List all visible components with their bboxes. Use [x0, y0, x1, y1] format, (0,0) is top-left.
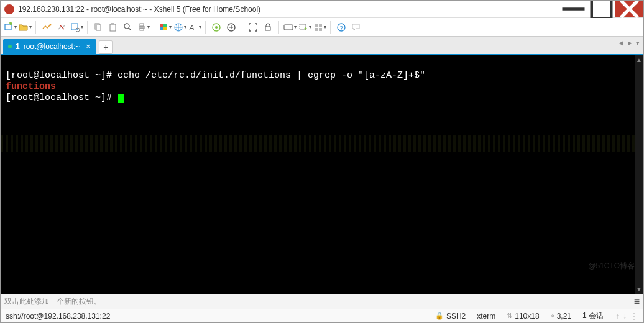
encoding-button[interactable] [173, 20, 186, 34]
minimize-button[interactable] [559, 1, 587, 17]
svg-rect-20 [163, 24, 167, 27]
svg-text:A: A [189, 24, 194, 31]
svg-text:+: + [304, 25, 307, 32]
window-controls [559, 1, 643, 17]
status-cursor-pos: ⌖ 3,21 [551, 312, 571, 321]
tab-index: 1 [16, 42, 20, 51]
font-button[interactable]: A [188, 20, 201, 34]
feedback-button[interactable] [349, 20, 363, 34]
scroll-up-icon[interactable]: ▲ [636, 55, 642, 65]
maximize-button[interactable] [587, 1, 615, 17]
visualizer-decor [1, 135, 635, 152]
terminal-area[interactable]: [root@localhost ~]# echo /etc/rc.d/init.… [1, 54, 643, 294]
close-button[interactable] [615, 1, 643, 17]
main-toolbar: A + ? [1, 18, 643, 37]
watermark-text: @51CTO博客 [588, 261, 635, 271]
arrow-split-icon[interactable]: ⋮ [630, 312, 638, 321]
status-protocol: 🔒 SSH2 [435, 312, 466, 321]
lock-button[interactable] [261, 20, 275, 34]
xagent-button[interactable] [209, 20, 223, 34]
svg-rect-37 [319, 28, 322, 31]
svg-point-26 [215, 26, 218, 29]
disconnect-button[interactable] [55, 20, 68, 34]
terminal-scrollbar[interactable]: ▲ ▼ [635, 55, 643, 294]
title-bar: 192.168.238.131:22 - root@localhost:~ - … [1, 1, 643, 18]
fullscreen-button[interactable] [246, 20, 260, 34]
svg-rect-21 [160, 27, 163, 30]
help-button[interactable]: ? [334, 20, 348, 34]
svg-rect-36 [315, 28, 318, 31]
arrow-up-icon[interactable]: ↑ [615, 312, 619, 321]
tab-list-icon[interactable]: ▾ [636, 39, 640, 47]
svg-rect-29 [284, 25, 293, 30]
arrow-down-icon[interactable]: ↓ [623, 312, 627, 321]
tab-prev-icon[interactable]: ◄ [617, 39, 624, 47]
open-button[interactable] [18, 20, 32, 34]
scroll-down-icon[interactable]: ▼ [636, 284, 642, 294]
cursor-icon [118, 94, 124, 103]
color-scheme-button[interactable] [158, 20, 172, 34]
session-tab[interactable]: 1 root@localhost:~ × [3, 39, 96, 54]
svg-rect-35 [319, 24, 322, 27]
find-button[interactable] [121, 20, 135, 34]
term-line-2: functions [6, 81, 56, 92]
svg-point-6 [50, 24, 52, 25]
scroll-track[interactable] [636, 65, 642, 284]
new-session-button[interactable] [3, 20, 17, 34]
svg-rect-1 [592, 0, 612, 19]
svg-rect-34 [315, 24, 318, 27]
svg-rect-12 [110, 24, 116, 31]
connection-status-icon [8, 45, 12, 48]
quick-command-bar[interactable]: 双击此处添加一个新的按钮。 ≡ [1, 294, 643, 309]
paste-button[interactable] [106, 20, 120, 34]
lock-icon: 🔒 [435, 312, 444, 320]
status-connection: ssh://root@192.168.238.131:22 [6, 312, 424, 321]
tile-button[interactable] [313, 20, 326, 34]
keyboard-button[interactable] [283, 20, 297, 34]
quick-command-button[interactable]: + [298, 20, 311, 34]
svg-rect-17 [140, 24, 144, 26]
xftp-button[interactable] [224, 20, 238, 34]
position-icon: ⌖ [551, 312, 554, 320]
tab-next-icon[interactable]: ► [627, 39, 633, 47]
svg-rect-4 [5, 24, 11, 30]
svg-rect-19 [160, 24, 163, 27]
svg-text:?: ? [340, 25, 343, 31]
status-sessions: 1 会话 [582, 311, 604, 321]
new-tab-button[interactable]: + [99, 40, 113, 54]
copy-button[interactable] [91, 20, 105, 34]
print-button[interactable] [136, 20, 150, 34]
terminal-output[interactable]: [root@localhost ~]# echo /etc/rc.d/init.… [1, 55, 643, 119]
properties-button[interactable] [70, 20, 83, 34]
tab-label: root@localhost:~ [24, 42, 80, 51]
window-title: 192.168.238.131:22 - root@localhost:~ - … [18, 5, 559, 14]
term-line-1: [root@localhost ~]# echo /etc/rc.d/init.… [6, 70, 425, 81]
svg-rect-11 [96, 25, 101, 30]
hint-text: 双击此处添加一个新的按钮。 [4, 296, 101, 307]
status-bar: ssh://root@192.168.238.131:22 🔒 SSH2 xte… [1, 309, 643, 322]
svg-point-14 [124, 24, 129, 29]
svg-rect-28 [265, 27, 270, 30]
reconnect-button[interactable] [40, 20, 53, 34]
size-icon: ⇅ [507, 312, 512, 320]
status-nav-arrows: ↑ ↓ ⋮ [615, 312, 638, 321]
tab-overflow-controls: ◄ ► ▾ [617, 39, 640, 47]
status-size: ⇅ 110x18 [507, 312, 539, 321]
svg-rect-8 [71, 24, 78, 30]
svg-line-15 [129, 28, 131, 30]
tab-bar: 1 root@localhost:~ × + ◄ ► ▾ [1, 37, 643, 54]
svg-rect-18 [140, 29, 144, 30]
svg-rect-13 [111, 23, 114, 25]
hintbar-menu-icon[interactable]: ≡ [634, 296, 640, 307]
tab-close-icon[interactable]: × [86, 42, 90, 51]
term-line-3: [root@localhost ~]# [6, 93, 117, 103]
app-icon [4, 4, 14, 14]
status-termtype: xterm [477, 312, 495, 321]
svg-rect-22 [163, 27, 167, 30]
